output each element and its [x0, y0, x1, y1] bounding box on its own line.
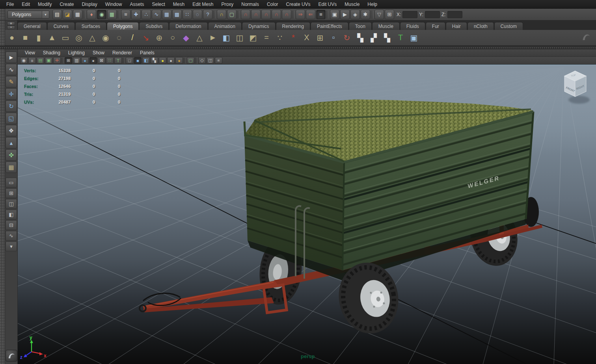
coord-menu-icon[interactable]: ▽ [374, 10, 384, 19]
mask-curves-icon[interactable]: ∿ [152, 10, 161, 19]
isolate-select-icon[interactable]: ▢ [187, 57, 194, 64]
reduce-icon[interactable]: ↘ [139, 31, 153, 45]
snap-plane-icon[interactable]: ∩ [272, 10, 281, 19]
cylindrical-mapping-icon[interactable]: ▞ [367, 31, 380, 45]
select-object-icon[interactable]: ◉ [97, 10, 106, 19]
menu-item[interactable]: Edit Mesh [188, 0, 217, 9]
select-camera-icon[interactable]: ◉ [20, 57, 28, 64]
soft-modification-tool[interactable]: ▴ [6, 137, 17, 149]
statusline-handle[interactable] [0, 9, 5, 20]
shelf-icons-handle[interactable] [0, 30, 5, 45]
show-manipulator-tool[interactable]: ✜ [6, 149, 17, 161]
persp-graph-layout[interactable]: ∿ [6, 231, 17, 241]
shadows-icon[interactable]: ● [167, 57, 175, 64]
mask-curve-points-icon[interactable]: ∴ [142, 10, 151, 19]
last-tool[interactable]: ▦ [6, 162, 17, 173]
select-hierarchy-icon[interactable]: ♦ [87, 10, 96, 19]
add-divisions-icon[interactable]: ○ [166, 31, 179, 45]
xray-active-icon[interactable]: ◫ [207, 57, 214, 64]
menu-item[interactable]: Muscle [341, 0, 363, 9]
select-component-icon[interactable]: ▦ [107, 10, 117, 19]
make-live-icon[interactable]: ∩ [282, 10, 291, 19]
xray-icon[interactable]: ◇ [198, 57, 206, 64]
soft-select-icon[interactable]: ↻ [340, 31, 354, 45]
poly-sphere-icon[interactable]: ● [5, 31, 19, 45]
mask-misc-icon[interactable]: ? [203, 10, 212, 19]
menu-item[interactable]: Display [78, 0, 101, 9]
poly-cylinder-icon[interactable]: ▮ [32, 31, 45, 45]
toolbox-handle[interactable] [0, 49, 5, 364]
menu-item[interactable]: Select [148, 0, 169, 9]
separate-icon[interactable]: ◫ [233, 31, 246, 45]
menu-item[interactable]: Color [263, 0, 282, 9]
poly-torus-icon[interactable]: ◎ [72, 31, 86, 45]
use-all-lights-icon[interactable]: ▚ [151, 57, 158, 64]
render-current-frame-icon[interactable]: ▶ [340, 10, 350, 19]
select-tool[interactable]: ► [6, 52, 17, 63]
open-scene-icon[interactable]: ◪ [63, 10, 72, 19]
mask-deformations-icon[interactable]: ▩ [172, 10, 182, 19]
layout-menu[interactable]: ▾ [6, 241, 17, 251]
new-scene-icon[interactable]: ▤ [52, 10, 62, 19]
menu-item[interactable]: Create [56, 0, 78, 9]
bookmarks-icon[interactable]: ▤ [37, 57, 44, 64]
planar-mapping-icon[interactable]: ▚ [354, 31, 367, 45]
rotate-tool[interactable]: ↻ [6, 100, 17, 112]
lock-selection-icon[interactable]: ∩ [217, 10, 226, 19]
coord-grid-icon[interactable]: ⊞ [385, 10, 394, 19]
menu-item[interactable]: Proxy [218, 0, 238, 9]
grid-icon[interactable]: ⊞ [65, 57, 72, 64]
poly-cube-icon[interactable]: ■ [19, 31, 32, 45]
menu-item[interactable]: Edit UVs [315, 0, 341, 9]
triangulate-icon[interactable]: △ [193, 31, 206, 45]
coord-x-input[interactable] [402, 11, 417, 18]
panel-menu-item[interactable]: Renderer [108, 50, 136, 56]
chevron-down-icon[interactable]: ▾ [42, 11, 49, 18]
combine-icon[interactable]: ⊞ [313, 31, 327, 45]
share-icon[interactable]: ∝ [215, 57, 222, 64]
menu-item[interactable]: Help [363, 0, 381, 9]
mask-surfaces-icon[interactable]: ▦ [162, 10, 171, 19]
panel-menu-item[interactable]: Lighting [64, 50, 89, 56]
split-polygon-icon[interactable]: / [126, 31, 139, 45]
menu-item[interactable]: Window [101, 0, 126, 9]
outliner-persp-layout[interactable]: ◧ [6, 210, 17, 219]
render-settings-icon[interactable]: ✱ [361, 10, 370, 19]
shelf-handle[interactable] [0, 20, 5, 30]
menu-item[interactable]: Mesh [169, 0, 188, 9]
snap-grid-icon[interactable]: ∩ [241, 10, 250, 19]
poly-pipe-icon[interactable]: ◉ [99, 31, 112, 45]
mask-dynamics-icon[interactable]: ∷ [183, 10, 192, 19]
safe-action-icon[interactable]: ∷ [106, 57, 114, 64]
menu-item[interactable]: Normals [237, 0, 263, 9]
insert-edge-loop-icon[interactable]: X [300, 31, 313, 45]
selection-mask-menu-icon[interactable]: ≡ [121, 10, 130, 19]
poly-plane-icon[interactable]: ▭ [59, 31, 72, 45]
panel-menu-item[interactable]: Shading [39, 50, 64, 56]
menu-item[interactable]: Create UVs [282, 0, 315, 9]
quadrangulate-icon[interactable]: ► [206, 31, 220, 45]
render-view-icon[interactable]: ▣ [330, 10, 339, 19]
menu-item[interactable]: Modify [34, 0, 56, 9]
platonic-solid-icon[interactable]: ◆ [179, 31, 193, 45]
highlight-selection-icon[interactable]: ▢ [227, 10, 237, 19]
bevel-icon[interactable]: ◩ [246, 31, 260, 45]
shelf-resize-strip[interactable] [0, 46, 596, 49]
occlusion-icon[interactable]: ● [175, 57, 183, 64]
poke-face-icon[interactable]: * [287, 31, 300, 45]
menu-item[interactable]: Edit [18, 0, 34, 9]
film-gate-icon[interactable]: ▥ [73, 57, 80, 64]
extrude-icon[interactable]: ◧ [220, 31, 233, 45]
menu-item[interactable]: Assets [126, 0, 148, 9]
image-plane-icon[interactable]: ▣ [45, 57, 52, 64]
lighting-icon[interactable]: ● [159, 57, 166, 64]
menu-item[interactable]: File [2, 0, 18, 9]
merge-vertices-icon[interactable]: ∵ [273, 31, 287, 45]
pan-zoom-icon[interactable]: ✛ [53, 57, 61, 64]
panel-menu-item[interactable]: Panels [136, 50, 158, 56]
hypershade-persp-layout[interactable]: ⊟ [6, 220, 17, 230]
snap-point-icon[interactable]: ∩ [261, 10, 271, 19]
shelf-tab-arrow-icon[interactable]: ▾ [7, 26, 15, 29]
snap-curve-icon[interactable]: ∩ [251, 10, 261, 19]
scale-tool[interactable]: ◱ [6, 113, 17, 124]
